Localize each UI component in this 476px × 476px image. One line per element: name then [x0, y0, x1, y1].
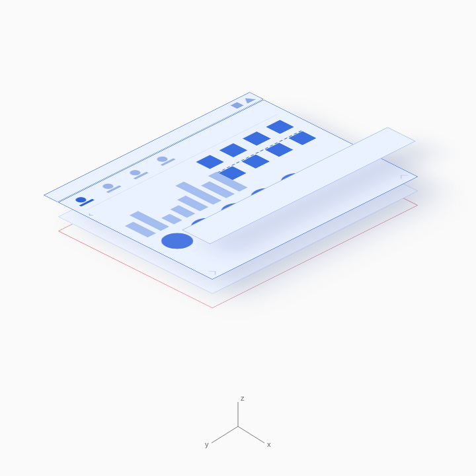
tile-item[interactable] — [265, 143, 293, 157]
svg-line-1 — [238, 426, 264, 443]
chart-bar — [208, 172, 247, 192]
crop-mark-icon: ∟ — [206, 270, 218, 276]
window-control-triangle-icon[interactable] — [241, 96, 256, 103]
tile-item[interactable] — [219, 143, 247, 157]
tile-item[interactable] — [266, 120, 294, 134]
crop-mark-icon: ‹ — [84, 212, 95, 217]
svg-line-2 — [212, 426, 238, 443]
axis-gizmo: z x y — [198, 397, 278, 456]
tab-1[interactable] — [71, 194, 95, 206]
axis-label-x: x — [267, 440, 271, 448]
tab-4[interactable] — [152, 154, 176, 166]
tile-item[interactable] — [288, 131, 316, 145]
chart-bar — [201, 181, 235, 198]
chart-bar — [161, 214, 182, 224]
axis-label-y: y — [205, 440, 209, 448]
tile-item[interactable] — [242, 155, 270, 169]
crop-mark-icon: ∟ — [399, 174, 411, 180]
tile-item[interactable] — [243, 132, 270, 145]
tab-2[interactable] — [98, 181, 122, 193]
tile-item[interactable] — [196, 155, 223, 169]
tab-3[interactable] — [125, 167, 149, 179]
axis-label-z: z — [241, 394, 245, 402]
window-control-square-icon[interactable] — [230, 102, 243, 109]
